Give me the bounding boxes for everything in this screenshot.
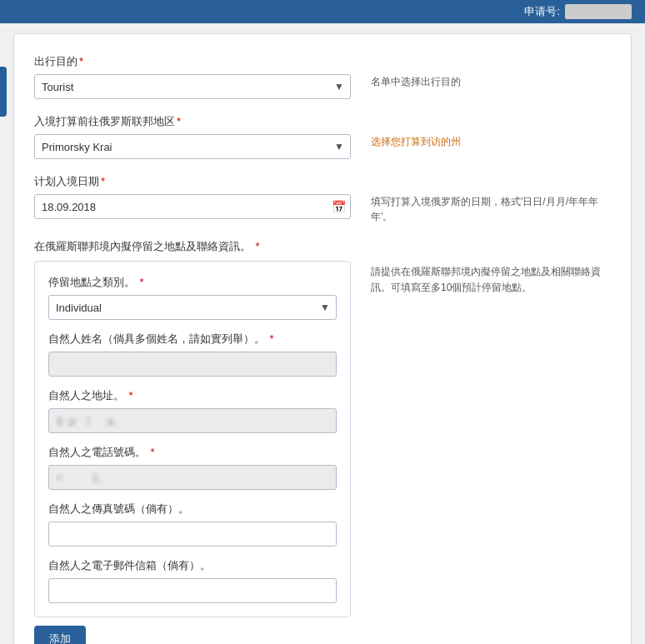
stay-type-required: *: [137, 276, 144, 288]
entry-date-label: 计划入境日期*: [34, 174, 351, 189]
person-name-label: 自然人姓名（倘具多個姓名，請如實列舉）。 *: [48, 332, 337, 347]
left-tab: [0, 67, 7, 117]
entry-date-section: 计划入境日期* 📅 填写打算入境俄罗斯的日期，格式'日日/月月/年年年年'。: [34, 174, 611, 224]
region-section: 入境打算前往俄罗斯联邦地区* Primorsky Krai Moscow Sai…: [34, 114, 611, 159]
app-number-section: 申请号:: [524, 4, 632, 19]
purpose-label: 出行目的*: [34, 54, 351, 69]
add-button[interactable]: 添加: [34, 626, 86, 644]
region-select-wrapper: Primorsky Krai Moscow Saint Petersburg ▼: [34, 134, 351, 159]
person-fax-input[interactable]: [48, 522, 337, 547]
person-email-field: 自然人之電子郵件信箱（倘有）。: [48, 558, 337, 603]
stay-section-label: 在俄羅斯聯邦境內擬停留之地點及聯絡資訊。 *: [34, 239, 351, 254]
person-name-input[interactable]: [48, 352, 337, 377]
person-phone-field: 自然人之電話號碼。 *: [48, 445, 337, 490]
region-required: *: [177, 115, 181, 127]
person-fax-label: 自然人之傳真號碼（倘有）。: [48, 502, 337, 517]
person-phone-required: *: [148, 446, 155, 458]
region-hint-text: 选择您打算到访的州: [371, 136, 461, 147]
app-number-label: 申请号:: [524, 4, 560, 19]
region-label: 入境打算前往俄罗斯联邦地区*: [34, 114, 351, 129]
region-hint: 选择您打算到访的州: [371, 114, 611, 149]
stay-type-label: 停留地點之類別。 *: [48, 275, 337, 290]
person-email-label: 自然人之電子郵件信箱（倘有）。: [48, 558, 337, 573]
stay-required: *: [252, 240, 260, 252]
purpose-required: *: [79, 55, 83, 67]
person-address-field: 自然人之地址。 *: [48, 388, 337, 433]
entry-date-field-col: 计划入境日期* 📅: [34, 174, 351, 219]
person-phone-label: 自然人之電話號碼。 *: [48, 445, 337, 460]
header-bar: 申请号:: [0, 0, 645, 23]
stay-hint: 請提供在俄羅斯聯邦境內擬停留之地點及相關聯絡資訊。可填寫至多10個預計停留地點。: [371, 239, 611, 296]
purpose-field-col: 出行目的* Tourist Business Study Work Privat…: [34, 54, 351, 99]
stay-type-select[interactable]: Individual Hotel Other: [48, 295, 337, 320]
stay-box: 停留地點之類別。 * Individual Hotel Other ▼: [34, 261, 351, 617]
purpose-select-wrapper: Tourist Business Study Work Private ▼: [34, 74, 351, 99]
page-container: 出行目的* Tourist Business Study Work Privat…: [13, 33, 632, 644]
purpose-select[interactable]: Tourist Business Study Work Private: [34, 74, 351, 99]
app-number-value: [565, 4, 632, 19]
entry-date-hint: 填写打算入境俄罗斯的日期，格式'日日/月月/年年年年'。: [371, 174, 611, 224]
region-field-col: 入境打算前往俄罗斯联邦地区* Primorsky Krai Moscow Sai…: [34, 114, 351, 159]
entry-date-input[interactable]: [34, 194, 351, 219]
person-address-label: 自然人之地址。 *: [48, 388, 337, 403]
person-address-required: *: [126, 389, 133, 402]
person-email-input[interactable]: [48, 578, 337, 603]
person-phone-input[interactable]: [48, 465, 337, 490]
purpose-section: 出行目的* Tourist Business Study Work Privat…: [34, 54, 611, 99]
purpose-hint: 名单中选择出行目的: [371, 54, 611, 89]
stay-section: 在俄羅斯聯邦境內擬停留之地點及聯絡資訊。 * 停留地點之類別。 * Indivi…: [34, 239, 611, 644]
stay-type-select-wrapper: Individual Hotel Other ▼: [48, 295, 337, 320]
stay-field-col: 在俄羅斯聯邦境內擬停留之地點及聯絡資訊。 * 停留地點之類別。 * Indivi…: [34, 239, 351, 644]
person-address-input[interactable]: [48, 408, 337, 433]
region-select[interactable]: Primorsky Krai Moscow Saint Petersburg: [34, 134, 351, 159]
stay-type-field: 停留地點之類別。 * Individual Hotel Other ▼: [48, 275, 337, 320]
person-name-field: 自然人姓名（倘具多個姓名，請如實列舉）。 *: [48, 332, 337, 377]
person-fax-field: 自然人之傳真號碼（倘有）。: [48, 502, 337, 547]
person-name-required: *: [267, 332, 274, 345]
entry-date-required: *: [101, 175, 105, 187]
entry-date-wrapper: 📅: [34, 194, 351, 219]
